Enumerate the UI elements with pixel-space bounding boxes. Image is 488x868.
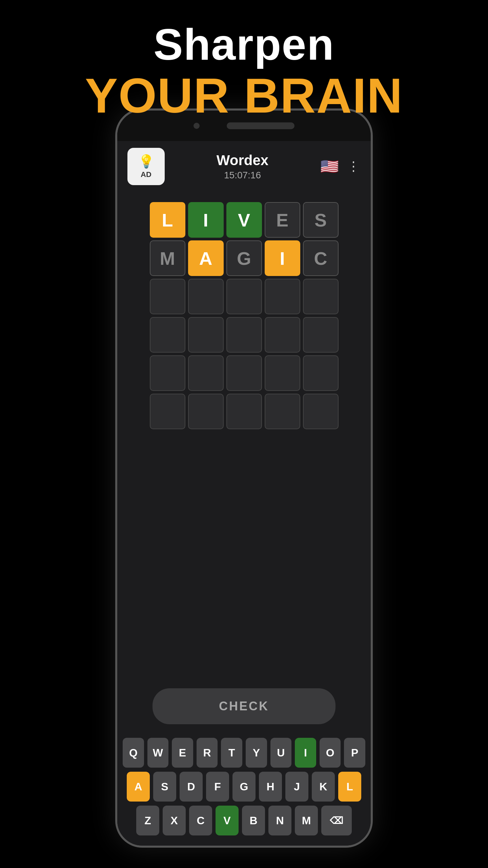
key-c[interactable]: C [189,806,212,835]
key-o[interactable]: O [320,738,341,768]
check-button[interactable]: CHECK [152,688,336,724]
grid-cell-0-3: E [265,202,300,238]
key-m[interactable]: M [295,806,318,835]
grid-cell-3-3 [265,317,300,353]
key-i[interactable]: I [295,738,316,768]
key-l[interactable]: L [338,772,361,802]
key-n[interactable]: N [268,806,291,835]
grid-cell-0-1: I [188,202,224,238]
key-y[interactable]: Y [246,738,267,768]
grid-cell-3-4 [303,317,339,353]
key-z[interactable]: Z [136,806,159,835]
keyboard-row-0: QWERTYUIOP [123,738,365,768]
wordle-grid: LIVESMAGIC [150,202,339,429]
menu-dots-icon[interactable]: ⋮ [347,159,361,174]
key-f[interactable]: F [206,772,229,802]
key-a[interactable]: A [127,772,150,802]
grid-cell-1-1: A [188,240,224,276]
flag-icon[interactable]: 🇺🇸 [320,158,339,175]
app-content: 💡 AD Wordex 15:07:16 🇺🇸 ⋮ LIVESMAGIC CHE… [117,141,371,846]
key-t[interactable]: T [221,738,242,768]
grid-cell-2-2 [226,279,262,314]
key-backspace[interactable]: ⌫ [321,806,352,835]
key-r[interactable]: R [197,738,218,768]
grid-cell-1-2: G [226,240,262,276]
camera-dot [194,123,200,129]
key-b[interactable]: B [242,806,265,835]
key-v[interactable]: V [216,806,239,835]
key-p[interactable]: P [344,738,365,768]
key-w[interactable]: W [147,738,169,768]
grid-cell-4-3 [265,355,300,391]
keyboard-row-2: ZXCVBNM⌫ [123,806,365,835]
grid-cell-2-3 [265,279,300,314]
key-g[interactable]: G [232,772,256,802]
grid-cell-5-4 [303,394,339,429]
app-title-section: Wordex 15:07:16 [217,152,268,181]
app-title: Wordex [217,152,268,169]
grid-cell-0-0: L [150,202,185,238]
grid-cell-1-3: I [265,240,300,276]
ad-button[interactable]: 💡 AD [127,148,165,185]
phone-frame: 💡 AD Wordex 15:07:16 🇺🇸 ⋮ LIVESMAGIC CHE… [115,108,373,848]
header-section: Sharpen YOUR BRAIN [0,0,488,123]
key-u[interactable]: U [270,738,292,768]
grid-cell-5-2 [226,394,262,429]
key-d[interactable]: D [180,772,203,802]
key-x[interactable]: X [163,806,186,835]
grid-container: LIVESMAGIC [117,192,371,682]
grid-cell-4-4 [303,355,339,391]
key-k[interactable]: K [312,772,335,802]
app-timer: 15:07:16 [217,170,268,181]
grid-cell-3-1 [188,317,224,353]
header-line2: YOUR BRAIN [0,69,488,123]
keyboard-row-1: ASDFGHJKL [123,772,365,802]
header-line1: Sharpen [0,20,488,69]
key-s[interactable]: S [153,772,176,802]
grid-cell-3-0 [150,317,185,353]
grid-cell-4-0 [150,355,185,391]
grid-cell-0-2: V [226,202,262,238]
grid-cell-4-2 [226,355,262,391]
grid-cell-5-0 [150,394,185,429]
key-q[interactable]: Q [123,738,144,768]
keyboard: QWERTYUIOPASDFGHJKLZXCVBNM⌫ [117,734,371,846]
grid-cell-2-1 [188,279,224,314]
grid-cell-0-4: S [303,202,339,238]
ad-label: AD [141,170,151,179]
check-section: CHECK [117,682,371,734]
header-right: 🇺🇸 ⋮ [320,158,361,175]
key-h[interactable]: H [259,772,282,802]
bulb-icon: 💡 [138,154,154,169]
grid-cell-1-0: M [150,240,185,276]
app-header: 💡 AD Wordex 15:07:16 🇺🇸 ⋮ [117,141,371,192]
grid-cell-2-0 [150,279,185,314]
key-e[interactable]: E [172,738,193,768]
grid-cell-5-1 [188,394,224,429]
grid-cell-4-1 [188,355,224,391]
grid-cell-1-4: C [303,240,339,276]
speaker-bar [227,122,294,129]
grid-cell-5-3 [265,394,300,429]
grid-cell-2-4 [303,279,339,314]
grid-cell-3-2 [226,317,262,353]
key-j[interactable]: J [285,772,308,802]
